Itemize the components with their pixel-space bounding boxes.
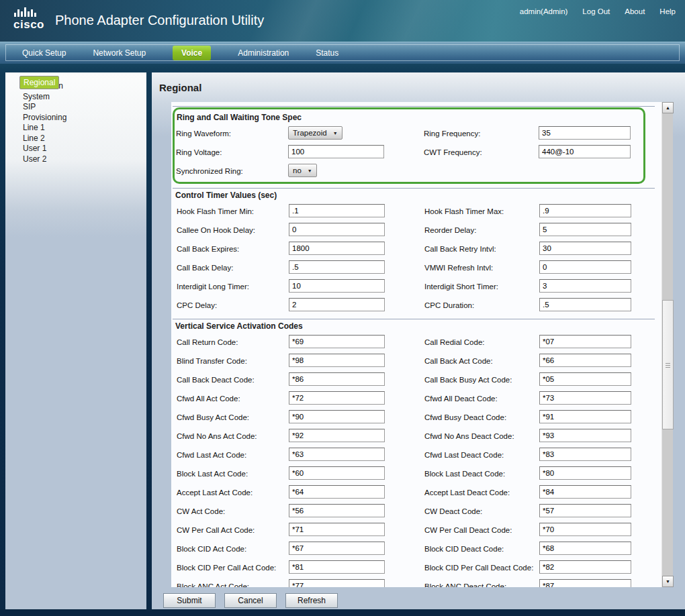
- cfwd-no-ans-act-code-input[interactable]: [289, 429, 385, 442]
- call-back-retry-intvl-input[interactable]: [539, 242, 631, 255]
- reorder-delay-input[interactable]: [539, 223, 631, 236]
- call-back-busy-act-code-input[interactable]: [539, 372, 631, 386]
- form-row: CPC Delay:CPC Duration:: [171, 296, 661, 315]
- hook-flash-timer-min-label: Hook Flash Timer Min:: [177, 207, 254, 215]
- header-link-help[interactable]: Help: [659, 7, 676, 15]
- cancel-button[interactable]: Cancel: [224, 593, 277, 608]
- cwt-frequency-label: CWT Frequency:: [424, 148, 482, 156]
- form-row: Block CID Per Call Act Code:Block CID Pe…: [171, 558, 661, 577]
- cwt-frequency-input[interactable]: [539, 145, 631, 158]
- block-cid-deact-code-input[interactable]: [539, 542, 631, 555]
- block-cid-per-call-deact-code-input[interactable]: [539, 560, 631, 574]
- sidebar-item-provisioning[interactable]: Provisioning: [23, 113, 146, 122]
- sidebar-item-line-2[interactable]: Line 2: [23, 134, 146, 143]
- tab-administration[interactable]: Administration: [238, 48, 289, 58]
- call-back-act-code-input[interactable]: [539, 354, 631, 367]
- hook-flash-timer-max-input[interactable]: [539, 204, 631, 217]
- interdigit-short-timer-input[interactable]: [539, 279, 631, 293]
- section-divider: [173, 106, 655, 107]
- up-arrow-icon: ▲: [666, 105, 670, 110]
- navbar: Quick SetupNetwork SetupVoiceAdministrat…: [0, 42, 685, 64]
- main-panel: Regional Ring and Call Waiting Tone Spec…: [152, 72, 685, 609]
- block-anc-deact-code-input[interactable]: [539, 579, 631, 587]
- hook-flash-timer-min-input[interactable]: [289, 204, 385, 217]
- callee-on-hook-delay-input[interactable]: [289, 223, 385, 236]
- cpc-delay-input[interactable]: [289, 298, 385, 311]
- action-buttons: Submit Cancel Refresh: [163, 593, 338, 608]
- block-last-act-code-input[interactable]: [289, 466, 385, 480]
- selected-value: no: [293, 166, 302, 174]
- form-row: Cfwd Last Act Code:Cfwd Last Deact Code:: [171, 446, 661, 464]
- tab-quick-setup[interactable]: Quick Setup: [22, 48, 66, 58]
- call-redial-code-input[interactable]: [539, 335, 631, 348]
- cfwd-all-act-code-input[interactable]: [289, 391, 385, 405]
- vmwi-refresh-intvl-label: VMWI Refresh Intvl:: [424, 264, 493, 272]
- cw-deact-code-input[interactable]: [539, 504, 631, 517]
- sidebar-item-user-2[interactable]: User 2: [23, 155, 146, 164]
- tab-network-setup[interactable]: Network Setup: [93, 48, 146, 58]
- call-back-act-code-label: Call Back Act Code:: [424, 357, 493, 365]
- call-return-code-input[interactable]: [289, 335, 385, 348]
- call-back-expires-label: Call Back Expires:: [177, 245, 239, 253]
- form-row: Call Back Deact Code:Call Back Busy Act …: [171, 370, 661, 389]
- section-ring-and-call-waiting-tone-spec: Ring and Call Waiting Tone SpecRing Wave…: [173, 107, 645, 184]
- tab-status[interactable]: Status: [316, 48, 338, 58]
- cfwd-no-ans-deact-code-label: Cfwd No Ans Deact Code:: [424, 432, 514, 440]
- sidebar: InformationSystemSIPProvisioningRegional…: [5, 72, 146, 609]
- interdigit-long-timer-input[interactable]: [289, 279, 385, 293]
- section-divider: [173, 188, 655, 189]
- block-cid-per-call-act-code-input[interactable]: [289, 560, 385, 574]
- accept-last-act-code-input[interactable]: [289, 485, 385, 499]
- cfwd-no-ans-act-code-label: Cfwd No Ans Act Code:: [177, 432, 257, 440]
- refresh-button[interactable]: Refresh: [285, 593, 338, 608]
- interdigit-long-timer-label: Interdigit Long Timer:: [177, 283, 249, 291]
- dropdown-arrow-icon: ▼: [333, 131, 338, 136]
- tab-voice[interactable]: Voice: [173, 46, 211, 60]
- form-row: Block CID Act Code:Block CID Deact Code:: [171, 540, 661, 558]
- cfwd-no-ans-deact-code-input[interactable]: [539, 429, 631, 442]
- cfwd-busy-deact-code-input[interactable]: [539, 410, 631, 423]
- ring-frequency-input[interactable]: [539, 126, 631, 140]
- call-back-expires-input[interactable]: [289, 242, 385, 255]
- cfwd-last-act-code-input[interactable]: [289, 448, 385, 461]
- call-back-deact-code-input[interactable]: [289, 372, 385, 386]
- accept-last-deact-code-input[interactable]: [539, 485, 631, 499]
- scrollbar-thumb[interactable]: [662, 300, 674, 429]
- cpc-duration-label: CPC Duration:: [424, 301, 474, 309]
- call-back-delay-input[interactable]: [289, 260, 385, 274]
- cfwd-all-deact-code-input[interactable]: [539, 391, 631, 405]
- page-title: Regional: [159, 82, 201, 93]
- sidebar-item-system[interactable]: System: [23, 93, 146, 101]
- section-title: Ring and Call Waiting Tone Spec: [177, 113, 643, 122]
- form-row: Ring Waveform:Trapezoid▼Ring Frequency:: [175, 124, 643, 143]
- ring-voltage-input[interactable]: [288, 145, 384, 158]
- ring-waveform-select[interactable]: Trapezoid▼: [288, 126, 342, 140]
- block-last-deact-code-input[interactable]: [539, 466, 631, 480]
- header-link-about[interactable]: About: [625, 7, 645, 15]
- cfwd-busy-act-code-input[interactable]: [289, 410, 385, 423]
- cfwd-last-deact-code-input[interactable]: [539, 448, 631, 461]
- sidebar-item-user-1[interactable]: User 1: [23, 144, 146, 153]
- cw-act-code-input[interactable]: [289, 504, 385, 517]
- header-link-log-out[interactable]: Log Out: [582, 7, 610, 15]
- cw-per-call-deact-code-input[interactable]: [539, 523, 631, 536]
- scrollbar[interactable]: ▲ ▼: [661, 102, 673, 587]
- block-anc-act-code-label: Block ANC Act Code:: [177, 582, 249, 587]
- scrollbar-down-button[interactable]: ▼: [662, 576, 674, 587]
- synchronized-ring-select[interactable]: no▼: [288, 164, 317, 177]
- block-anc-act-code-input[interactable]: [289, 579, 385, 587]
- header-link-admin-admin[interactable]: admin(Admin): [520, 7, 568, 15]
- blind-transfer-code-input[interactable]: [289, 354, 385, 367]
- block-cid-act-code-input[interactable]: [289, 542, 385, 555]
- submit-button[interactable]: Submit: [163, 593, 216, 608]
- scrollbar-up-button[interactable]: ▲: [662, 102, 674, 113]
- form-row: Call Back Expires:Call Back Retry Intvl:: [171, 240, 661, 258]
- form-row: Call Return Code:Call Redial Code:: [171, 333, 661, 352]
- call-back-delay-label: Call Back Delay:: [177, 264, 233, 272]
- sidebar-item-sip[interactable]: SIP: [23, 103, 146, 111]
- vmwi-refresh-intvl-input[interactable]: [539, 260, 631, 274]
- sidebar-item-regional[interactable]: Regional: [19, 76, 59, 89]
- cw-per-call-act-code-input[interactable]: [289, 523, 385, 536]
- sidebar-item-line-1[interactable]: Line 1: [23, 123, 146, 132]
- cpc-duration-input[interactable]: [539, 298, 631, 311]
